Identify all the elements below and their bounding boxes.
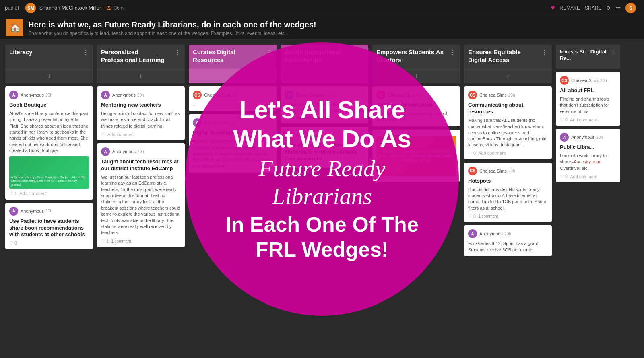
card-username: Anonymous [571,135,594,140]
card-time: 20h [508,169,515,173]
like-button[interactable]: ♡ 0 [468,214,476,219]
toolbar-actions: ♥ REMAKE SHARE ⚙ ••• S [551,3,639,13]
card-avatar: A [9,91,18,99]
column-header-eeda: Ensures Equitable Digital Access ⋮ [464,45,552,69]
like-button[interactable]: ♡ 1 [101,239,109,244]
overlay-line4: In Each One Of The [225,212,419,237]
cards-literacy: A Anonymous 20h Book Boutique At WI's st… [5,86,93,252]
add-comment[interactable]: Add comment [478,151,506,156]
card-body: At WI's state library conference this pa… [9,111,89,154]
user-info: SM Shannon McClintock Miller +22 36m [25,3,551,13]
card-mentoring: A Anonymous 20h Mentoring new teachers B… [97,86,185,140]
card-all-about-frl: CS Chelsea Sims 20h All about FRL Findin… [556,72,620,126]
card-body: Finding and sharing tools that don't sub… [560,96,616,115]
card-avatar: CS [468,167,477,175]
card-username: Anonymous [112,93,136,97]
column-more-ppl[interactable]: ⋮ [174,49,181,56]
card-username: Chelsea Sims [571,78,599,83]
card-user: CS Chelsea Sims 20h [468,91,548,99]
card-padlet-share: A Anonymous 20h Use Padlet to have stude… [5,203,93,249]
column-isdr: Invests St... Digital Re... ⋮ CS Chelsea… [556,45,620,185]
overlay-line5: FRL Wedges! [256,237,388,262]
column-title-isdr: Invests St... Digital Re... [560,49,607,62]
overlay-circle: Let's All Share What We Do As Future Rea… [185,42,459,316]
user-name: Shannon McClintock Miller [39,5,101,11]
image-caption: A School Library's Free Bookstore Turbo.… [11,175,87,187]
card-avatar: CS [193,91,202,99]
add-card-eeda[interactable]: + [464,69,552,83]
account-avatar[interactable]: S [625,3,636,13]
page-title: Here is what we, as Future Ready Librari… [28,20,638,29]
card-title: Public Libra... [560,144,616,151]
heart-icon[interactable]: ♥ [551,4,555,12]
card-avatar: A [9,207,18,216]
user-avatar: SM [25,3,36,13]
card-username: Anonymous [112,149,136,154]
column-title-eeda: Ensures Equitable Digital Access [468,49,539,64]
card-username: Anonymous [479,231,503,236]
card-public-library: A Anonymous 20h Public Libra... Look int… [556,129,620,182]
column-ppl: Personalized Professional Learning ⋮ + A… [97,45,185,250]
card-title: All about FRL [560,87,616,94]
like-button[interactable]: ♡ 0 [560,174,568,179]
card-book-boutique: A Anonymous 20h Book Boutique At WI's st… [5,86,93,200]
card-time: 20h [596,135,603,140]
like-button[interactable]: ♡ 0 [9,241,17,246]
remake-button[interactable]: REMAKE [559,5,580,11]
more-icon[interactable]: ••• [615,5,621,11]
column-more-isdr[interactable]: ⋮ [610,49,616,56]
house-icon: 🏠 [6,19,23,36]
card-edcamp: A Anonymous 20h Taught about tech resour… [97,143,185,247]
card-username: Chelsea Sims [479,169,507,173]
add-comment[interactable]: Add comment [19,191,47,196]
card-username: Anonymous [21,209,44,214]
like-button[interactable]: ♡ 0 [468,151,476,156]
add-comment[interactable]: Add comment [570,174,597,179]
card-username: Anonymous [21,93,44,97]
like-button[interactable]: ♡ [101,132,105,137]
column-more-esac[interactable]: ⋮ [450,49,456,56]
column-eeda: Ensures Equitable Digital Access ⋮ + CS … [464,45,552,259]
add-card-ppl[interactable]: + [97,69,185,83]
topbar: padlet SM Shannon McClintock Miller +22 … [0,0,644,16]
card-user: A Anonymous 20h [468,229,548,238]
add-comment[interactable]: Add comment [570,117,597,122]
like-button[interactable]: ♡ 0 [560,117,568,122]
card-body: We just ran our last tech professional l… [101,174,181,236]
add-card-literacy[interactable]: + [5,69,93,83]
column-header-isdr: Invests St... Digital Re... ⋮ [556,45,620,69]
post-time: 36m [114,5,124,11]
card-footer: ♡ 1 1 comment [101,239,181,244]
comment-count: 1 comment [111,239,131,243]
card-avatar: A [560,133,569,142]
like-button[interactable]: ♡ 1 [9,191,17,196]
card-footer: ♡ 0 Add comment [468,151,548,156]
card-time: 20h [504,232,511,236]
card-time: 20h [45,93,52,97]
card-user: A Anonymous 20h [9,91,89,99]
card-time: 20h [137,150,144,154]
card-title: Book Boutique [9,102,89,109]
cards-isdr: CS Chelsea Sims 20h All about FRL Findin… [556,72,620,185]
card-body: For Grades 9-12, Sprint has a grant. Stu… [468,241,548,253]
column-more-literacy[interactable]: ⋮ [83,49,89,56]
card-time: 20h [508,93,515,97]
card-image: A School Library's Free Bookstore Turbo.… [9,156,89,189]
card-user: A Anonymous 20h [9,207,89,216]
column-literacy: Literacy ⋮ + A Anonymous 20h Book Boutiq… [5,45,93,252]
card-footer: ♡ 0 [9,241,89,246]
share-button[interactable]: SHARE [585,5,601,11]
card-title: Hotspots [468,178,548,185]
card-title: Mentoring new teachers [101,102,181,109]
card-avatar: CS [560,76,569,85]
overlay-line1: Let's All Share [239,95,405,124]
column-more-eeda[interactable]: ⋮ [541,49,548,56]
card-hotspots: CS Chelsea Sims 20h Hotspots Our distric… [464,163,552,222]
ancestry-link[interactable]: -Ancestry.com [572,159,600,164]
settings-icon[interactable]: ⚙ [606,5,611,11]
column-title-literacy: Literacy [9,49,80,56]
column-header-ppl: Personalized Professional Learning ⋮ [97,45,185,69]
add-comment[interactable]: Add comment [107,132,135,137]
card-time: 20h [45,209,52,213]
column-header-literacy: Literacy ⋮ [5,45,93,69]
